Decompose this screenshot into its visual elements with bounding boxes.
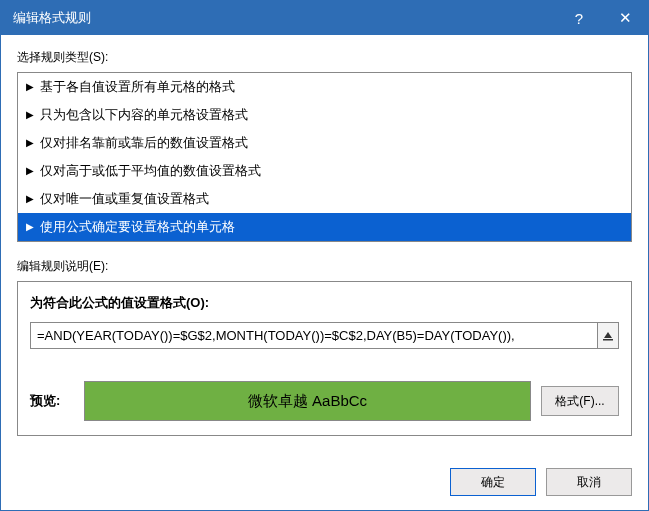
format-button[interactable]: 格式(F)... — [541, 386, 619, 416]
rule-type-item-label: 仅对高于或低于平均值的数值设置格式 — [40, 162, 261, 180]
range-picker-button[interactable] — [597, 322, 619, 349]
formula-input[interactable] — [30, 322, 597, 349]
rule-type-item[interactable]: ▶仅对高于或低于平均值的数值设置格式 — [18, 157, 631, 185]
edit-description-label: 编辑规则说明(E): — [17, 258, 632, 275]
preview-row: 预览: 微软卓越 AaBbCc 格式(F)... — [30, 381, 619, 421]
rule-type-item-label: 使用公式确定要设置格式的单元格 — [40, 218, 235, 236]
rule-type-item-label: 基于各自值设置所有单元格的格式 — [40, 78, 235, 96]
arrow-icon: ▶ — [26, 138, 34, 148]
rule-type-item[interactable]: ▶只为包含以下内容的单元格设置格式 — [18, 101, 631, 129]
rule-type-item[interactable]: ▶仅对排名靠前或靠后的数值设置格式 — [18, 129, 631, 157]
close-button[interactable]: ✕ — [602, 1, 648, 35]
edit-format-rule-dialog: 编辑格式规则 ? ✕ 选择规则类型(S): ▶基于各自值设置所有单元格的格式▶只… — [0, 0, 649, 511]
arrow-icon: ▶ — [26, 194, 34, 204]
arrow-icon: ▶ — [26, 222, 34, 232]
dialog-title: 编辑格式规则 — [13, 9, 556, 27]
formula-label: 为符合此公式的值设置格式(O): — [30, 294, 619, 312]
ok-button[interactable]: 确定 — [450, 468, 536, 496]
rule-edit-panel: 为符合此公式的值设置格式(O): 预览: 微软卓越 AaBbCc 格式(F)..… — [17, 281, 632, 436]
preview-label: 预览: — [30, 392, 74, 410]
dialog-content: 选择规则类型(S): ▶基于各自值设置所有单元格的格式▶只为包含以下内容的单元格… — [1, 35, 648, 460]
arrow-icon: ▶ — [26, 166, 34, 176]
formula-row — [30, 322, 619, 349]
arrow-icon: ▶ — [26, 110, 34, 120]
svg-rect-0 — [603, 339, 613, 341]
rule-type-item[interactable]: ▶基于各自值设置所有单元格的格式 — [18, 73, 631, 101]
rule-type-item[interactable]: ▶仅对唯一值或重复值设置格式 — [18, 185, 631, 213]
format-preview: 微软卓越 AaBbCc — [84, 381, 531, 421]
collapse-icon — [602, 330, 614, 342]
rule-type-list[interactable]: ▶基于各自值设置所有单元格的格式▶只为包含以下内容的单元格设置格式▶仅对排名靠前… — [17, 72, 632, 242]
arrow-icon: ▶ — [26, 82, 34, 92]
cancel-button[interactable]: 取消 — [546, 468, 632, 496]
help-button[interactable]: ? — [556, 1, 602, 35]
rule-type-label: 选择规则类型(S): — [17, 49, 632, 66]
rule-type-item-label: 只为包含以下内容的单元格设置格式 — [40, 106, 248, 124]
titlebar: 编辑格式规则 ? ✕ — [1, 1, 648, 35]
rule-type-item-label: 仅对唯一值或重复值设置格式 — [40, 190, 209, 208]
dialog-footer: 确定 取消 — [1, 460, 648, 510]
rule-type-item-label: 仅对排名靠前或靠后的数值设置格式 — [40, 134, 248, 152]
rule-type-item[interactable]: ▶使用公式确定要设置格式的单元格 — [18, 213, 631, 241]
